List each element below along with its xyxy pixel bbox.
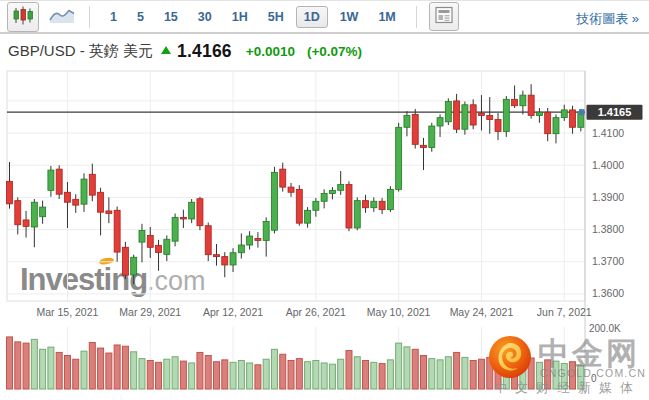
candle-body (338, 185, 344, 191)
candle-body (139, 231, 145, 243)
candle-body (296, 189, 302, 223)
candle-body (329, 190, 335, 193)
volume-bar (313, 360, 319, 389)
volume-bar (73, 359, 79, 389)
volume-bar (255, 365, 261, 389)
volume-bar (462, 357, 468, 389)
volume-bar (280, 354, 286, 389)
candle-body (354, 201, 360, 228)
x-axis-label: Apr 26, 2021 (286, 306, 346, 318)
candle-body (454, 101, 460, 129)
volume-bar (131, 352, 137, 389)
volume-bar (7, 337, 13, 389)
candle-body (122, 247, 128, 275)
volume-bar (230, 362, 236, 389)
candle-body (106, 211, 112, 214)
candle-body (230, 253, 236, 265)
volume-bar (454, 352, 460, 389)
candle-body (437, 118, 443, 126)
volume-bar (180, 361, 186, 389)
volume-bar (271, 349, 277, 389)
candle-body (7, 181, 13, 204)
candle-body (363, 201, 369, 208)
candle-body (48, 170, 54, 190)
candle-body (421, 145, 427, 147)
volume-bar (387, 360, 393, 389)
candle-body (570, 110, 576, 127)
volume-bar (238, 360, 244, 389)
x-axis-label: Apr 12, 2021 (203, 306, 263, 318)
candle-body (23, 220, 29, 226)
candle-body (214, 255, 220, 257)
candle-body (164, 239, 170, 254)
volume-bar (421, 356, 427, 389)
volume-bar (106, 353, 112, 389)
candle-body (379, 201, 385, 209)
candle-body (189, 202, 195, 219)
candle-body (280, 169, 286, 187)
volume-bar (197, 352, 203, 389)
candle-body (15, 201, 21, 225)
volume-bar (89, 343, 95, 390)
candle-body (156, 245, 162, 252)
candle-body (131, 257, 137, 275)
candle-body (553, 118, 559, 134)
candle-body (263, 222, 269, 241)
candle-body (56, 169, 62, 194)
price-tag-label: 1.4165 (598, 106, 632, 118)
volume-bar (321, 363, 327, 389)
candle-body (561, 110, 567, 118)
last-value-marker (579, 109, 585, 115)
candle-body (412, 114, 418, 144)
volume-bar (346, 351, 352, 389)
candle-body (247, 236, 253, 245)
y-axis-label: 1.3600 (592, 287, 624, 299)
candle-body (387, 189, 393, 209)
candle-body (73, 199, 79, 205)
candle-body (271, 172, 277, 230)
y-axis-label: 1.3800 (592, 223, 624, 235)
volume-bar (172, 357, 178, 389)
volume-bar (363, 360, 369, 389)
candle-body (305, 210, 311, 223)
candle-body (503, 99, 509, 131)
chart-widget: 1515301H5H1D1W1M 技術圖表 » GBP/USD - 英鎊 美元 … (0, 0, 649, 400)
volume-bar (164, 359, 170, 389)
candle-body (487, 115, 493, 119)
cngold-swirl-icon (488, 335, 532, 383)
candle-body (346, 185, 352, 228)
volume-bar (305, 362, 311, 389)
volume-bar (478, 359, 484, 389)
candle-body (64, 192, 70, 202)
volume-bar (189, 363, 195, 389)
candle-body (89, 174, 95, 195)
volume-bar (247, 363, 253, 389)
candle-body (396, 127, 402, 189)
volume-bar (40, 349, 46, 389)
volume-bar (371, 362, 377, 389)
volume-bar (214, 362, 220, 389)
volume-bar (379, 364, 385, 389)
cngold-domain: CNGOLD.COM.CN (540, 367, 646, 379)
volume-bar (338, 359, 344, 389)
candle-body (114, 210, 120, 252)
volume-bar (114, 345, 120, 389)
candle-body (495, 120, 501, 132)
volume-bar (404, 347, 410, 389)
candle-body (512, 99, 518, 105)
cngold-tagline: 中文财经新媒体 (494, 379, 641, 397)
volume-bar (296, 359, 302, 389)
y-axis-label: 1.4100 (592, 127, 624, 139)
candle-body (528, 95, 534, 115)
volume-bar (81, 351, 87, 389)
volume-bar (329, 364, 335, 389)
y-axis-label: 1.3700 (592, 255, 624, 267)
candle-body (180, 217, 186, 219)
candle-body (478, 113, 484, 115)
volume-bar (139, 359, 145, 389)
volume-bar (470, 360, 476, 389)
x-axis-label: May 10, 2021 (367, 306, 431, 318)
volume-bar (64, 356, 70, 389)
candle-body (470, 105, 476, 125)
candle-body (31, 202, 37, 227)
